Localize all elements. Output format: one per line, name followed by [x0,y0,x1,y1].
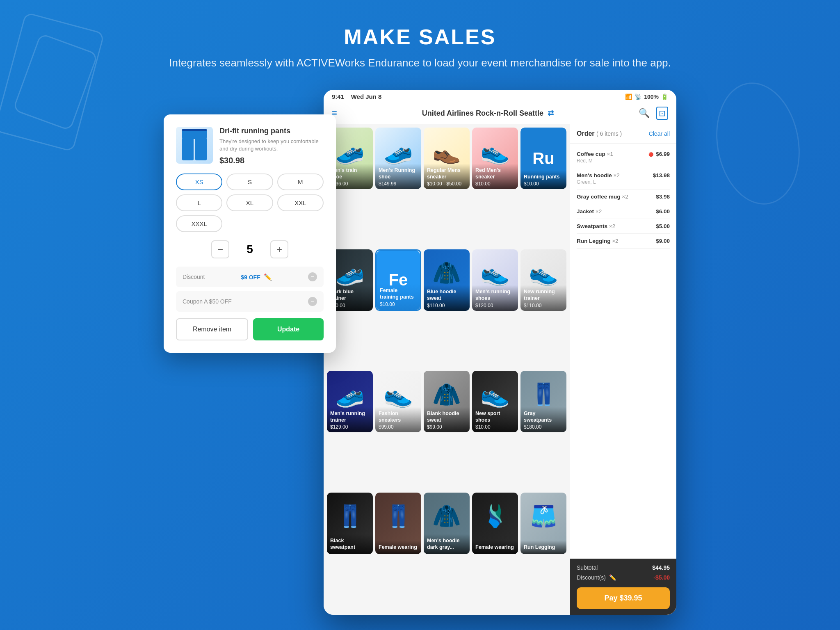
page-header: MAKE SALES Integrates seamlessly with AC… [0,0,840,82]
item-price: $30.98 [219,156,324,165]
list-item[interactable]: Blue hoodie sweat $110.00 🧥 [424,249,470,311]
event-title: United Airlines Rock-n-Roll Seattle ⇄ [422,109,554,118]
discount-row: Discount $9 OFF ✏️ − [176,267,324,287]
list-item[interactable]: New sport shoes $10.00 👟 [472,371,518,432]
page-subtitle: Integrates seamlessly with ACTIVEWorks E… [8,57,832,69]
list-item[interactable]: Run Legging 🩳 [520,493,566,554]
discount-footer-value: -$5.00 [653,574,670,581]
ipad-container: 9:41 Wed Jun 8 📶 📡 100% 🔋 ≡ United Airli… [324,90,676,615]
svg-rect-1 [182,138,194,160]
order-items-list: Coffee cup ×1 🔴 $6.99 Red, M Men's hoodi… [570,144,676,559]
order-count: ( 6 items ) [596,130,622,137]
pants-illustration [180,129,209,162]
signal-icon: 📶 [625,94,632,100]
battery-text: 100% [644,94,659,100]
status-date: Wed Jun 8 [351,93,382,100]
order-title-group: Order ( 6 items ) [577,130,622,137]
coupon-label: Coupon A $50 OFF [183,298,232,305]
order-item: Sweatpants ×2 $5.00 [577,219,670,234]
size-btn-s[interactable]: S [226,173,273,190]
list-item[interactable]: Black sweatpant 👖 [327,493,373,554]
ipad-body: Men's train shoe $136.00 👟 Men's Running… [324,124,676,615]
item-detail-card: Dri-fit running pants They're designed t… [164,114,336,353]
discount-value-group: $9 OFF ✏️ [241,273,272,281]
status-bar: 9:41 Wed Jun 8 📶 📡 100% 🔋 [324,90,676,103]
size-btn-xs[interactable]: XS [176,173,222,190]
item-info: Dri-fit running pants They're designed t… [219,127,324,165]
order-item: Men's hoodie ×2 $13.98 Green, L [577,168,670,189]
size-btn-xl[interactable]: XL [226,194,273,211]
navigation-bar: ≡ United Airlines Rock-n-Roll Seattle ⇄ … [324,103,676,124]
wifi-icon: 📡 [635,94,641,100]
order-panel: Order ( 6 items ) Clear all Coffee cup ×… [570,124,676,615]
edit-discount-icon[interactable]: ✏️ [264,274,272,281]
size-btn-xxl[interactable]: XXL [277,194,324,211]
status-time: 9:41 [332,93,344,100]
list-item[interactable]: Gray sweatpants $180.00 👖 [520,371,566,432]
discount-footer-row: Discount(s) ✏️ -$5.00 [577,574,670,581]
list-item[interactable]: Regular Mens sneaker $10.00 - $50.00 👞 [424,128,470,189]
product-area: Men's train shoe $136.00 👟 Men's Running… [324,124,570,615]
status-time-date: 9:41 Wed Jun 8 [332,93,381,100]
list-item[interactable]: Men's running trainer $129.00 👟 [327,371,373,432]
swap-icon[interactable]: ⇄ [548,109,554,118]
order-item: Gray coffee mug ×2 $3.98 [577,189,670,204]
action-buttons: Remove item Update [176,318,324,340]
fullscreen-icon[interactable]: ⊡ [656,107,668,120]
search-nav-icon[interactable]: 🔍 [639,108,650,119]
svg-rect-2 [195,138,207,160]
discount-label: Discount [183,274,205,280]
discount-value: $9 OFF [241,274,260,281]
subtotal-value: $44.95 [652,564,670,571]
size-btn-l[interactable]: L [176,194,222,211]
order-item: Run Legging ×2 $9.00 [577,234,670,249]
size-grid: XS S M L XL XXL XXXL [176,173,324,232]
remove-coupon-button[interactable]: − [308,297,317,306]
list-item[interactable]: Fe Female training pants $10.00 [375,249,421,311]
list-item[interactable]: Fashion sneakers $99.00 👟 [375,371,421,432]
nav-icons: 🔍 ⊡ [639,107,668,120]
main-area: Dri-fit running pants They're designed t… [0,82,840,615]
quantity-value: 5 [242,243,258,256]
item-image [176,127,213,164]
page-title: MAKE SALES [8,25,832,49]
list-item[interactable]: Blank hoodie sweat $99.00 🧥 [424,371,470,432]
quantity-decrease-button[interactable]: − [211,240,229,258]
list-item[interactable]: Men's hoodie dark gray... 🧥 [424,493,470,554]
order-footer: Subtotal $44.95 Discount(s) ✏️ -$5.00 Pa… [570,559,676,615]
order-item: Jacket ×2 $6.00 [577,204,670,219]
quantity-row: − 5 + [176,240,324,258]
status-right: 📶 📡 100% 🔋 [625,94,668,100]
size-btn-m[interactable]: M [277,173,324,190]
update-button[interactable]: Update [253,318,324,340]
pay-button[interactable]: Pay $39.95 [577,587,670,609]
clear-all-button[interactable]: Clear all [649,130,670,137]
order-title: Order [577,130,595,137]
coupon-row: Coupon A $50 OFF − [176,291,324,312]
subtotal-row: Subtotal $44.95 [577,564,670,571]
list-item[interactable]: Ru Running pants $10.00 [520,128,566,189]
subtotal-label: Subtotal [577,564,598,571]
list-item[interactable]: New running trainer $110.00 👟 [520,249,566,311]
item-header: Dri-fit running pants They're designed t… [176,127,324,165]
remove-item-button[interactable]: Remove item [176,318,248,340]
list-item[interactable]: Female wearing 🩱 [472,493,518,554]
order-item: Coffee cup ×1 🔴 $6.99 Red, M [577,147,670,168]
discount-footer-label: Discount(s) ✏️ [577,574,616,581]
order-header: Order ( 6 items ) Clear all [570,124,676,144]
product-grid: Men's train shoe $136.00 👟 Men's Running… [324,124,570,615]
item-name: Dri-fit running pants [219,127,324,135]
list-item[interactable]: Red Men's sneaker $10.00 👟 [472,128,518,189]
item-description: They're designed to keep you comfortable… [219,138,324,153]
svg-rect-3 [182,129,207,131]
list-item[interactable]: Men's Running shoe $149.99 👟 [375,128,421,189]
size-btn-xxxl[interactable]: XXXL [176,215,222,232]
list-item[interactable]: Female wearing 👖 [375,493,421,554]
remove-discount-button[interactable]: − [308,272,317,281]
discount-edit-icon[interactable]: ✏️ [609,574,616,581]
quantity-increase-button[interactable]: + [270,240,288,258]
battery-icon: 🔋 [661,94,668,100]
list-item[interactable]: Men's running shoes $120.00 👟 [472,249,518,311]
